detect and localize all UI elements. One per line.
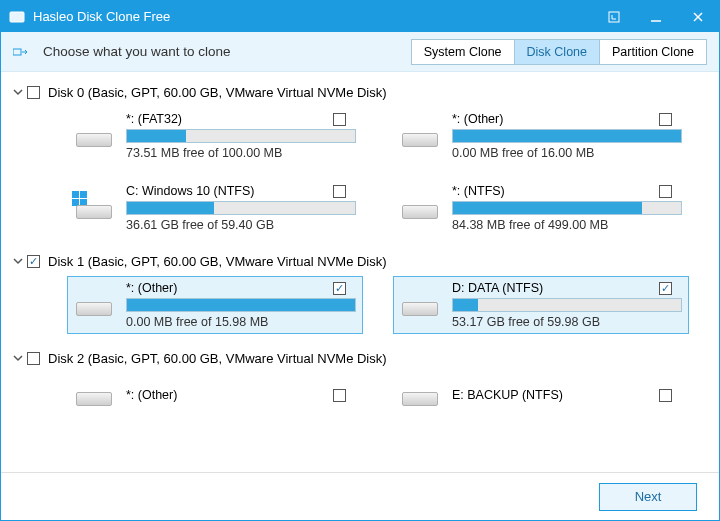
partition-checkbox[interactable] — [659, 282, 672, 295]
drive-icon — [398, 119, 442, 153]
drive-icon — [72, 378, 116, 412]
app-logo-icon — [9, 9, 25, 25]
usage-bar — [126, 201, 356, 215]
partition-name: *: (NTFS) — [452, 184, 505, 198]
usage-bar — [452, 298, 682, 312]
svg-rect-2 — [609, 12, 619, 22]
chevron-down-icon[interactable] — [9, 256, 27, 268]
partition-name: *: (Other) — [126, 388, 177, 402]
partition-checkbox[interactable] — [333, 185, 346, 198]
clone-mode-tabs: System Clone Disk Clone Partition Clone — [411, 39, 707, 65]
instruction-text: Choose what you want to clone — [43, 44, 411, 59]
drive-icon — [398, 378, 442, 412]
partition-free-text: 36.61 GB free of 59.40 GB — [126, 218, 356, 232]
partition-card[interactable]: *: (Other) — [67, 373, 363, 417]
partition-checkbox[interactable] — [659, 113, 672, 126]
partition-name: *: (FAT32) — [126, 112, 182, 126]
usage-bar — [126, 298, 356, 312]
partition-checkbox[interactable] — [333, 113, 346, 126]
partition-grid: *: (Other)E: BACKUP (NTFS) — [5, 369, 715, 431]
tab-partition-clone[interactable]: Partition Clone — [600, 39, 707, 65]
footer-bar: Next — [1, 472, 719, 520]
disk-label: Disk 0 (Basic, GPT, 60.00 GB, VMware Vir… — [48, 85, 387, 100]
partition-card[interactable]: D: DATA (NTFS)53.17 GB free of 59.98 GB — [393, 276, 689, 334]
disk-checkbox[interactable] — [27, 255, 40, 268]
clone-step-icon — [13, 44, 29, 60]
partition-name: C: Windows 10 (NTFS) — [126, 184, 255, 198]
svg-rect-8 — [80, 191, 87, 198]
partition-free-text: 84.38 MB free of 499.00 MB — [452, 218, 682, 232]
tab-disk-clone[interactable]: Disk Clone — [515, 39, 600, 65]
partition-free-text: 73.51 MB free of 100.00 MB — [126, 146, 356, 160]
partition-card[interactable]: C: Windows 10 (NTFS)36.61 GB free of 59.… — [67, 179, 363, 237]
title-bar: Hasleo Disk Clone Free — [1, 1, 719, 32]
partition-free-text: 0.00 MB free of 15.98 MB — [126, 315, 356, 329]
disk-label: Disk 2 (Basic, GPT, 60.00 GB, VMware Vir… — [48, 351, 387, 366]
disk-label: Disk 1 (Basic, GPT, 60.00 GB, VMware Vir… — [48, 254, 387, 269]
partition-grid: *: (FAT32)73.51 MB free of 100.00 MB*: (… — [5, 103, 715, 251]
partition-card[interactable]: E: BACKUP (NTFS) — [393, 373, 689, 417]
partition-checkbox[interactable] — [659, 389, 672, 402]
partition-card[interactable]: *: (FAT32)73.51 MB free of 100.00 MB — [67, 107, 363, 165]
usage-bar — [452, 201, 682, 215]
next-button[interactable]: Next — [599, 483, 697, 511]
drive-icon — [398, 288, 442, 322]
minimize-button[interactable] — [635, 1, 677, 32]
svg-rect-0 — [10, 12, 24, 22]
disk-row[interactable]: Disk 0 (Basic, GPT, 60.00 GB, VMware Vir… — [5, 82, 715, 103]
drive-icon — [72, 191, 116, 225]
app-title: Hasleo Disk Clone Free — [33, 9, 170, 24]
partition-name: D: DATA (NTFS) — [452, 281, 543, 295]
close-button[interactable] — [677, 1, 719, 32]
partition-free-text: 53.17 GB free of 59.98 GB — [452, 315, 682, 329]
instruction-bar: Choose what you want to clone System Clo… — [1, 32, 719, 72]
disk-row[interactable]: Disk 1 (Basic, GPT, 60.00 GB, VMware Vir… — [5, 251, 715, 272]
popout-button[interactable] — [593, 1, 635, 32]
tab-system-clone[interactable]: System Clone — [411, 39, 515, 65]
chevron-down-icon[interactable] — [9, 353, 27, 365]
svg-rect-7 — [72, 191, 79, 198]
partition-card[interactable]: *: (NTFS)84.38 MB free of 499.00 MB — [393, 179, 689, 237]
disk-checkbox[interactable] — [27, 352, 40, 365]
partition-name: *: (Other) — [452, 112, 503, 126]
drive-icon — [72, 119, 116, 153]
partition-checkbox[interactable] — [333, 389, 346, 402]
partition-name: E: BACKUP (NTFS) — [452, 388, 563, 402]
partition-checkbox[interactable] — [659, 185, 672, 198]
partition-name: *: (Other) — [126, 281, 177, 295]
chevron-down-icon[interactable] — [9, 87, 27, 99]
disk-list[interactable]: Disk 0 (Basic, GPT, 60.00 GB, VMware Vir… — [1, 72, 719, 472]
disk-row[interactable]: Disk 2 (Basic, GPT, 60.00 GB, VMware Vir… — [5, 348, 715, 369]
partition-free-text: 0.00 MB free of 16.00 MB — [452, 146, 682, 160]
partition-checkbox[interactable] — [333, 282, 346, 295]
partition-card[interactable]: *: (Other)0.00 MB free of 16.00 MB — [393, 107, 689, 165]
partition-grid: *: (Other)0.00 MB free of 15.98 MBD: DAT… — [5, 272, 715, 348]
usage-bar — [452, 129, 682, 143]
svg-rect-6 — [13, 49, 21, 55]
disk-checkbox[interactable] — [27, 86, 40, 99]
usage-bar — [126, 129, 356, 143]
drive-icon — [72, 288, 116, 322]
partition-card[interactable]: *: (Other)0.00 MB free of 15.98 MB — [67, 276, 363, 334]
drive-icon — [398, 191, 442, 225]
